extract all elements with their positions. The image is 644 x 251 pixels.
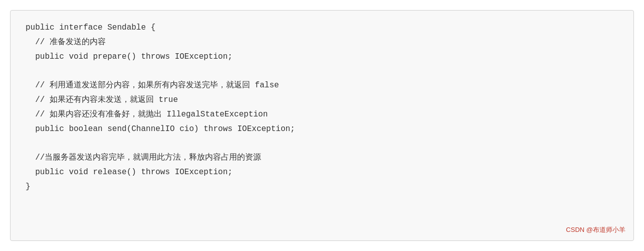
code-block: public interface Sendable { // 准备发送的内容 p… [26, 21, 618, 194]
watermark: CSDN @布道师小羊 [566, 225, 625, 234]
code-container: public interface Sendable { // 准备发送的内容 p… [10, 10, 634, 241]
